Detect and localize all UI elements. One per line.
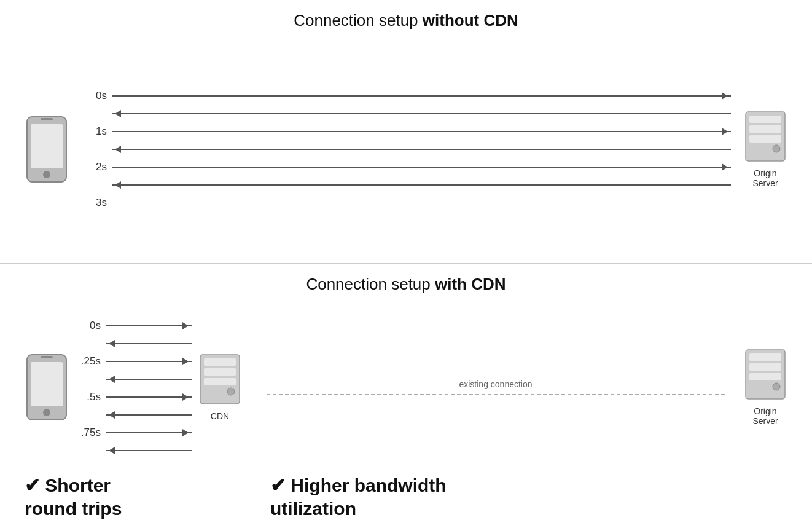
- svg-rect-6: [749, 125, 781, 133]
- svg-point-22: [773, 383, 780, 390]
- existing-connection-area: existing connection: [248, 379, 743, 395]
- top-title-bold: without CDN: [423, 11, 518, 30]
- cdn-time-75s: .75s: [75, 427, 101, 439]
- svg-rect-14: [204, 358, 236, 366]
- arrow-placeholder: [112, 199, 731, 207]
- time-row-cdn-5s: .5s: [75, 391, 192, 403]
- cdn-time-25s: .25s: [75, 355, 101, 368]
- time-row-cdn-75s-left: [75, 446, 192, 455]
- svg-rect-10: [31, 362, 63, 406]
- cdn-server: CDN: [198, 353, 242, 421]
- svg-rect-15: [204, 368, 236, 376]
- time-label-0s: 0s: [81, 90, 107, 102]
- existing-connection-label: existing connection: [459, 379, 532, 389]
- cdn-arrow-left-3: [106, 411, 192, 419]
- phone-icon: [25, 116, 69, 183]
- origin-server-top-label: OriginServer: [752, 168, 778, 188]
- time-row-cdn-75s: .75s: [75, 427, 192, 439]
- svg-rect-21: [749, 373, 781, 380]
- cdn-arrow-right-3: [106, 393, 192, 401]
- svg-point-3: [43, 171, 50, 178]
- arrow-left-1: [112, 109, 731, 118]
- cdn-arrow-right-2: [106, 357, 192, 366]
- time-row-2s-right: 2s: [81, 161, 731, 173]
- svg-rect-16: [204, 378, 236, 385]
- top-section: Connection setup without CDN 0s: [0, 0, 812, 264]
- time-row-cdn-25s-left: [75, 375, 192, 384]
- cdn-arrow-left-4: [106, 446, 192, 455]
- cdn-label: CDN: [211, 411, 229, 421]
- time-label-3s: 3s: [81, 197, 107, 209]
- top-title: Connection setup without CDN: [294, 11, 518, 30]
- time-label-2s: 2s: [81, 161, 107, 173]
- cdn-arrow-left-1: [106, 339, 192, 348]
- svg-rect-7: [749, 135, 781, 143]
- svg-rect-2: [41, 118, 53, 120]
- bottom-diagram: 0s .25s: [0, 306, 812, 470]
- svg-rect-5: [749, 116, 781, 123]
- time-row-cdn-25s: .25s: [75, 355, 192, 368]
- time-row-1s-left: [81, 145, 731, 154]
- arrow-right-3: [112, 163, 731, 171]
- origin-server-bottom: OriginServer: [743, 349, 787, 426]
- bottom-title-bold: with CDN: [435, 275, 506, 293]
- svg-rect-1: [31, 124, 63, 168]
- benefit-higher-bandwidth: ✔ Higher bandwidthutilization: [258, 474, 787, 520]
- bottom-benefit-labels: ✔ Shorterround trips ✔ Higher bandwidthu…: [0, 474, 812, 520]
- benefit-shorter-trips: ✔ Shorterround trips: [25, 474, 258, 520]
- bottom-section: Connection setup with CDN 0s: [0, 264, 812, 521]
- cdn-time-0s: 0s: [75, 320, 101, 332]
- top-timeline: 0s 1s: [69, 86, 743, 213]
- svg-rect-20: [749, 363, 781, 371]
- origin-server-top: OriginServer: [743, 111, 787, 188]
- bottom-short-timeline: 0s .25s: [69, 316, 192, 459]
- arrow-right-1: [112, 92, 731, 100]
- time-label-1s: 1s: [81, 125, 107, 138]
- time-row-cdn-0s: 0s: [75, 320, 192, 332]
- svg-point-8: [773, 145, 780, 152]
- arrow-left-3: [112, 181, 731, 189]
- svg-point-17: [227, 388, 235, 395]
- cdn-time-5s: .5s: [75, 391, 101, 403]
- origin-server-bottom-label: OriginServer: [752, 406, 778, 426]
- top-diagram: 0s 1s: [0, 42, 812, 257]
- time-row-0s-left: [81, 109, 731, 118]
- time-row-cdn-5s-left: [75, 411, 192, 419]
- svg-rect-11: [41, 356, 53, 358]
- time-row-0s-right: 0s: [81, 90, 731, 102]
- cdn-arrow-left-2: [106, 375, 192, 384]
- bottom-title-normal: Connection setup: [306, 275, 435, 293]
- time-row-2s-left: [81, 181, 731, 189]
- svg-point-12: [43, 409, 50, 416]
- cdn-arrow-right-1: [106, 321, 192, 330]
- arrow-right-2: [112, 127, 731, 136]
- dotted-connection-line: [267, 394, 725, 395]
- phone-icon-bottom: [25, 353, 69, 421]
- svg-rect-19: [749, 353, 781, 361]
- arrow-left-2: [112, 145, 731, 154]
- bottom-title: Connection setup with CDN: [306, 275, 506, 294]
- top-title-normal: Connection setup: [294, 11, 423, 30]
- time-row-3s: 3s: [81, 197, 731, 209]
- time-row-1s-right: 1s: [81, 125, 731, 138]
- cdn-arrow-right-4: [106, 428, 192, 437]
- time-row-cdn-0s-left: [75, 339, 192, 348]
